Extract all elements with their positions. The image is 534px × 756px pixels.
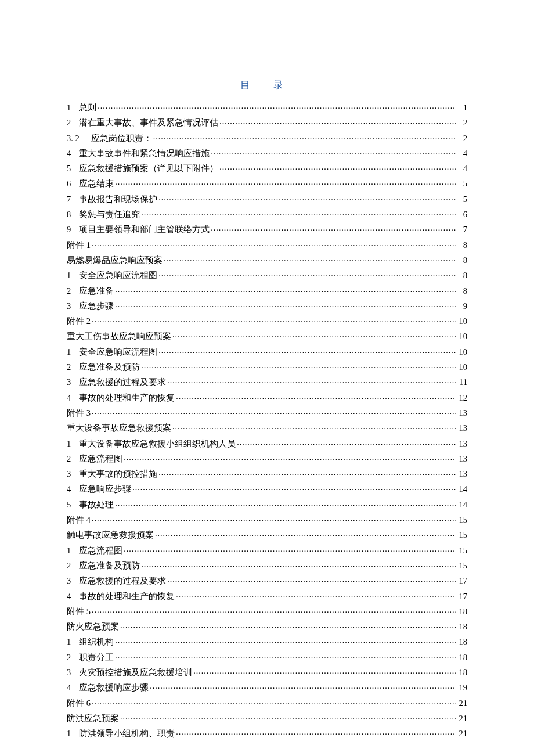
toc-entry-number: 4 [67,683,79,692]
toc-entry-page: 10 [457,317,467,326]
toc-leader-dots [120,621,456,629]
toc-entry: 4事故的处理和生产的恢复12 [67,393,467,402]
table-of-contents: 1总则12潜在重大事故、事件及紧急情况评估23. 2应急岗位职责：24重大事故事… [67,102,467,738]
toc-entry-number: 6 [67,179,79,188]
toc-leader-dots [92,606,456,614]
toc-leader-dots [193,667,456,675]
toc-entry: 4重大事故事件和紧急情况响应措施4 [67,148,467,158]
toc-leader-dots [176,728,456,736]
toc-entry-label: 应急岗位职责： [91,134,152,143]
toc-leader-dots [211,148,456,156]
toc-entry-number: 1 [67,103,79,112]
toc-entry: 3应急救援的过程及要求17 [67,575,467,585]
toc-entry-number: 4 [67,149,79,158]
toc-leader-dots [124,453,456,462]
toc-entry: 5事故处理14 [67,499,467,509]
toc-leader-dots [158,270,456,278]
toc-entry: 附件 518 [67,606,467,616]
toc-entry: 2应急流程图13 [67,453,467,463]
toc-entry-label: 安全应急响应流程图 [79,271,157,280]
toc-entry-label: 组织机构 [79,638,114,646]
toc-entry: 2应急准备8 [67,286,467,296]
toc-entry: 易燃易爆品应急响应预案8 [67,255,467,265]
toc-entry-page: 8 [457,256,467,265]
toc-entry-number: 2 [67,363,79,372]
toc-entry: 触电事故应急救援预案15 [67,530,467,539]
toc-entry-number: 9 [67,225,79,234]
toc-entry: 2应急准备及预防10 [67,362,467,372]
toc-entry-label: 重大设备事故应急救援小组组织机构人员 [79,440,236,448]
toc-entry-label: 防洪应急预案 [67,714,119,723]
toc-entry-page: 18 [457,653,467,662]
toc-entry-label: 附件 5 [67,607,91,616]
toc-entry-number: 5 [67,164,79,173]
toc-entry-page: 17 [457,592,467,601]
toc-entry-label: 附件 1 [67,241,91,250]
toc-leader-dots [115,301,456,309]
toc-entry-number: 1 [67,638,79,646]
toc-leader-dots [115,652,456,660]
toc-entry-page: 9 [457,302,467,311]
toc-entry-label: 应急救援措施预案（详见以下附件） [79,164,218,173]
toc-entry-label: 项目主要领导和部门主管联络方式 [79,225,210,234]
toc-entry: 1应急流程图15 [67,545,467,555]
toc-leader-dots [176,393,456,401]
toc-leader-dots [124,545,456,553]
toc-entry-page: 1 [457,103,467,112]
toc-entry-label: 重大设备事故应急救援预案 [67,424,171,433]
toc-entry: 7事故报告和现场保护5 [67,194,467,204]
toc-entry: 3应急救援的过程及要求11 [67,377,467,387]
toc-leader-dots [141,362,456,370]
toc-entry-page: 14 [457,501,467,509]
toc-leader-dots [219,163,456,171]
toc-entry: 3火灾预控措施及应急救援培训18 [67,667,467,677]
toc-entry-page: 19 [457,683,467,692]
toc-leader-dots [120,713,456,721]
toc-entry: 附件 415 [67,514,467,524]
toc-entry: 防洪应急预案21 [67,713,467,723]
toc-entry-number: 2 [67,118,79,127]
toc-entry: 2应急准备及预防15 [67,560,467,570]
toc-entry-page: 13 [457,409,467,417]
toc-entry-label: 触电事故应急救援预案 [67,531,154,539]
toc-entry-label: 事故报告和现场保护 [79,195,157,204]
toc-entry: 4应急响应步骤14 [67,484,467,494]
toc-entry: 重大设备事故应急救援预案13 [67,423,467,433]
toc-leader-dots [158,469,456,477]
toc-entry-label: 防洪领导小组机构、职责 [79,729,175,738]
toc-entry-page: 15 [457,546,467,555]
toc-entry: 附件 1 8 [67,240,467,250]
toc-entry-label: 潜在重大事故、事件及紧急情况评估 [79,118,218,127]
toc-leader-dots [158,194,456,202]
toc-entry-number: 8 [67,210,79,219]
toc-entry-page: 2 [457,118,467,127]
toc-entry-page: 17 [457,577,467,585]
toc-leader-dots [92,240,456,248]
toc-entry-number: 4 [67,485,79,494]
toc-entry-page: 15 [457,531,467,539]
toc-entry-page: 5 [457,195,467,204]
toc-leader-dots [141,560,456,568]
toc-entry: 1防洪领导小组机构、职责21 [67,728,467,738]
toc-entry-label: 应急结束 [79,179,114,188]
toc-entry-page: 6 [457,210,467,219]
toc-entry-number: 1 [67,271,79,280]
toc-entry: 附件 313 [67,408,467,417]
toc-entry-page: 21 [457,699,467,708]
toc-entry-number: 3 [67,302,79,311]
toc-entry: 1总则1 [67,102,467,112]
toc-entry-page: 18 [457,638,467,646]
toc-leader-dots [211,224,456,232]
toc-entry-label: 附件 4 [67,516,91,524]
toc-entry-number: 3. 2 [67,134,91,143]
toc-entry-number: 5 [67,501,79,509]
toc-entry-page: 12 [457,394,467,402]
toc-entry-label: 应急救援的过程及要求 [79,577,166,585]
toc-leader-dots [237,438,456,447]
toc-entry: 3重大事故的预控措施13 [67,469,467,478]
toc-entry: 重大工伤事故应急响应预案10 [67,331,467,341]
toc-entry-label: 应急救援的过程及要求 [79,378,166,387]
toc-entry-number: 1 [67,440,79,448]
toc-entry-label: 附件 6 [67,699,91,708]
toc-entry: 3应急步骤9 [67,301,467,311]
